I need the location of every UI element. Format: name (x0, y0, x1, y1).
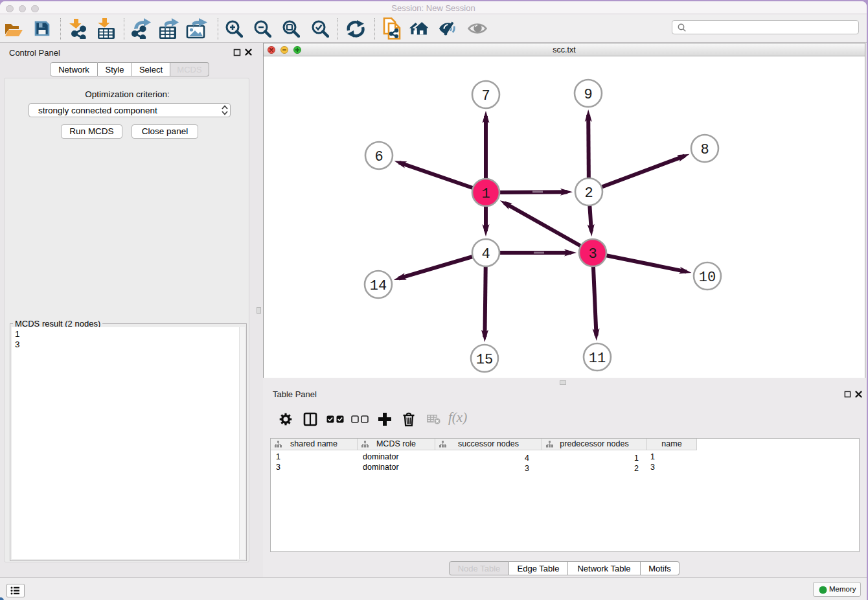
svg-text:7: 7 (481, 88, 490, 104)
svg-text:3: 3 (588, 246, 597, 262)
svg-text:14: 14 (370, 278, 387, 294)
svg-text:15: 15 (476, 352, 493, 368)
svg-text:11: 11 (589, 351, 606, 367)
svg-text:1: 1 (481, 186, 490, 202)
svg-text:6: 6 (374, 149, 383, 165)
svg-text:9: 9 (584, 87, 592, 103)
svg-text:2: 2 (584, 185, 593, 202)
svg-text:10: 10 (699, 270, 716, 286)
svg-text:4: 4 (481, 246, 490, 262)
svg-text:8: 8 (700, 142, 709, 158)
